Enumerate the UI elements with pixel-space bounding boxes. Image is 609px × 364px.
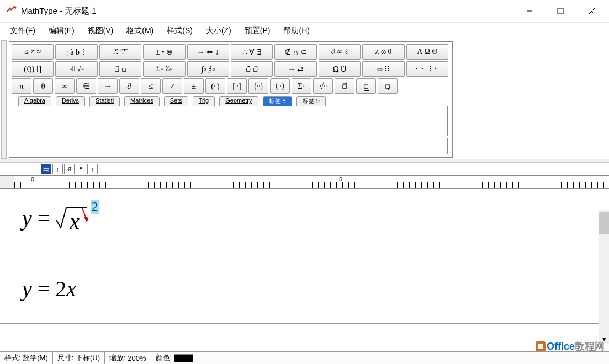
tab-left-icon[interactable]: ⭾ [41, 164, 51, 174]
equation-2[interactable]: y = 2x [22, 276, 76, 302]
tab-algebra[interactable]: Algebra [18, 96, 51, 106]
menu-file[interactable]: 文件(F) [3, 24, 42, 38]
status-zoom-label: 缩放: [109, 353, 126, 363]
status-size[interactable]: 尺寸: 下标(U) [53, 352, 105, 364]
menu-size[interactable]: 大小(Z) [199, 24, 238, 38]
align-center-icon[interactable]: ⇵ [64, 164, 75, 174]
palette-logical[interactable]: ∴ ∀ ∃ [231, 44, 273, 60]
palette-operators[interactable]: ± • ⊗ [143, 44, 185, 60]
tab-statistics[interactable]: Statisti [89, 96, 120, 106]
align-arrow-up-icon[interactable]: ↑ [87, 164, 98, 174]
menu-edit[interactable]: 编辑(E) [42, 24, 81, 38]
title-bar: MathType - 无标题 1 [0, 0, 609, 22]
scrollbar-thumb[interactable] [599, 212, 609, 234]
sym-pm[interactable]: ± [184, 78, 204, 94]
palette-greek-lower[interactable]: λ ω θ [362, 44, 404, 60]
palette-set-theory[interactable]: ∉ ∩ ⊂ [274, 44, 316, 60]
sym-underbar-template[interactable]: ▫̲ [356, 78, 376, 94]
equation-1[interactable]: y = x [22, 205, 88, 231]
grip-handle[interactable] [1, 40, 7, 159]
tab-label9[interactable]: 标签 9 [296, 96, 326, 106]
status-zoom[interactable]: 缩放: 200% [105, 352, 151, 364]
align-up-icon[interactable]: ↑ [52, 164, 63, 174]
sym-sqrt-template[interactable]: √▫ [313, 78, 333, 94]
eq1-lhs: y [22, 206, 32, 231]
ruler-container: 0 5 [0, 175, 609, 189]
palette-embellishments[interactable]: ∴⃗ ∵⃗ ⃛ [99, 44, 141, 60]
sym-leq[interactable]: ≤ [141, 78, 161, 94]
menu-style[interactable]: 样式(S) [160, 24, 199, 38]
window-title: MathType - 无标题 1 [21, 6, 97, 17]
tab-sets[interactable]: Sets [164, 96, 188, 106]
minimize-button[interactable] [514, 0, 545, 22]
palette-sub-sup[interactable]: ▫⃗ ▫̲ [99, 61, 141, 77]
svg-rect-1 [558, 8, 563, 14]
color-swatch[interactable] [174, 354, 193, 362]
palette-spaces[interactable]: ¡ à b⋮ [55, 44, 97, 60]
palette-fences[interactable]: ((̲)) [̲] [12, 61, 54, 77]
status-style[interactable]: 样式: 数学(M) [0, 352, 53, 364]
palette-matrices[interactable]: ▫▫ ⠿ [362, 61, 404, 77]
palette-labeled-arrows[interactable]: → ⇄ [274, 61, 316, 77]
menu-preferences[interactable]: 预置(P) [238, 24, 277, 38]
symbol-palette-panel: ≤ ≠ ≈ ¡ à b⋮ ∴⃗ ∵⃗ ⃛ ± • ⊗ → ⇔ ↓ ∴ ∀ ∃ ∉… [9, 41, 453, 158]
sym-bracket-template[interactable]: [▫] [227, 78, 247, 94]
status-size-value: 下标(U) [76, 353, 100, 363]
vertical-scrollbar[interactable]: ▾ [599, 210, 609, 344]
palette-row-2: ((̲)) [̲] ▫⃞ √▫ ▫⃗ ▫̲ Σ▫ Σ▫ ∫▫ ∮▫ ▫̄ ▫⃗ … [12, 61, 450, 77]
ruler-ticks [14, 182, 609, 188]
custom-symbol-area-large[interactable] [14, 106, 448, 136]
menu-format[interactable]: 格式(M) [120, 24, 160, 38]
sym-sum-template[interactable]: Σ▫ [292, 78, 311, 94]
equation-editor-area[interactable]: y = x 2 y = 2x [0, 189, 609, 324]
menu-bar: 文件(F) 编辑(E) 视图(V) 格式(M) 样式(S) 大小(Z) 预置(P… [0, 22, 609, 39]
palette-fractions-radicals[interactable]: ▫⃞ √▫ [55, 61, 97, 77]
palette-row-1: ≤ ≠ ≈ ¡ à b⋮ ∴⃗ ∵⃗ ⃛ ± • ⊗ → ⇔ ↓ ∴ ∀ ∃ ∉… [12, 44, 450, 60]
sym-vector-template[interactable]: ▫⃗ [335, 78, 354, 94]
align-tab-up-icon[interactable]: ⭱ [76, 164, 86, 174]
symbol-row: π θ ∞ ∈ → ∂ ≤ ≠ ± (▫) [▫] {▫} ⟨▫⟩ Σ▫ √▫ … [12, 78, 450, 94]
window-controls [514, 0, 607, 22]
status-size-label: 尺寸: [57, 353, 74, 363]
alignment-toolbar: ⭾ ↑ ⇵ ⭱ ↑ [0, 162, 609, 175]
palette-bars[interactable]: ▫̄ ▫⃗ [231, 61, 273, 77]
tab-matrices[interactable]: Matrices [124, 96, 160, 106]
eq1-equals: = [32, 206, 56, 231]
menu-view[interactable]: 视图(V) [81, 24, 120, 38]
palette-misc[interactable]: ∂ ∞ ℓ [319, 44, 361, 60]
svg-rect-7 [538, 344, 543, 349]
status-color-label: 颜色: [156, 353, 172, 363]
tab-label8[interactable]: 标签 8 [263, 96, 292, 106]
maximize-button[interactable] [545, 0, 576, 22]
palette-sums[interactable]: Σ▫ Σ▫ [143, 61, 185, 77]
eq1-superscript-selected[interactable]: 2 [91, 200, 99, 214]
sym-dot-template[interactable]: ▫̣ [378, 78, 398, 94]
tab-trig[interactable]: Trig [193, 96, 215, 106]
palette-relations[interactable]: ≤ ≠ ≈ [12, 44, 54, 60]
tab-derivs[interactable]: Derivs [56, 96, 85, 106]
palette-boxes[interactable]: ⠂⠂ ⠇⠂ [406, 61, 448, 77]
horizontal-ruler[interactable]: 0 5 [14, 176, 609, 188]
sym-theta[interactable]: θ [33, 78, 53, 94]
close-button[interactable] [576, 0, 607, 22]
status-style-label: 样式: [4, 353, 21, 363]
category-tabs: Algebra Derivs Statisti Matrices Sets Tr… [18, 96, 450, 106]
office-logo-icon [534, 340, 547, 352]
sym-paren-template[interactable]: (▫) [205, 78, 225, 94]
sym-angle-template[interactable]: ⟨▫⟩ [270, 78, 290, 94]
sym-arrow-right[interactable]: → [98, 78, 118, 94]
sym-element-of[interactable]: ∈ [76, 78, 96, 94]
sym-neq[interactable]: ≠ [162, 78, 182, 94]
sym-pi[interactable]: π [12, 78, 31, 94]
tab-geometry[interactable]: Geometry [219, 96, 258, 106]
sym-infinity[interactable]: ∞ [55, 78, 75, 94]
palette-greek-upper[interactable]: Λ Ω Θ [406, 44, 448, 60]
menu-help[interactable]: 帮助(H) [277, 24, 316, 38]
palette-arrows[interactable]: → ⇔ ↓ [187, 44, 229, 60]
status-color[interactable]: 颜色: [151, 352, 199, 364]
sym-brace-template[interactable]: {▫} [248, 78, 268, 94]
palette-products[interactable]: Ω̣ Ų̂ [319, 61, 361, 77]
custom-symbol-area-small[interactable] [14, 138, 448, 154]
palette-integrals[interactable]: ∫▫ ∮▫ [187, 61, 229, 77]
sym-partial[interactable]: ∂ [119, 78, 139, 94]
